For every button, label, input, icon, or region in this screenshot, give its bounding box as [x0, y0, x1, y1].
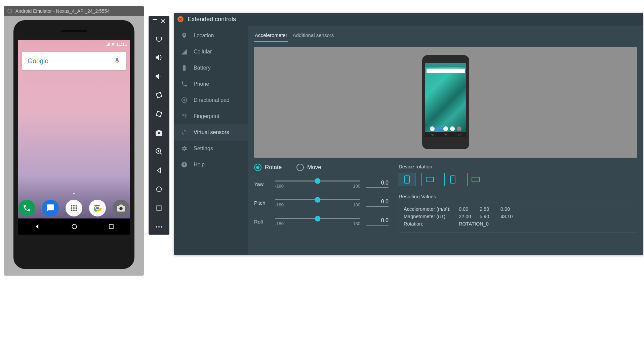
roll-label: Roll [254, 219, 269, 225]
dock [18, 200, 130, 216]
sidebar-item-help[interactable]: ?Help [174, 157, 248, 173]
svg-rect-14 [109, 225, 113, 229]
roll-thumb[interactable] [315, 216, 321, 222]
emulator-title: Android Emulator - Nexus_4_API_24_2:5554 [15, 8, 110, 14]
svg-point-20 [157, 187, 162, 192]
window-menu-icon[interactable] [7, 9, 12, 13]
volume-down-icon[interactable] [154, 71, 164, 81]
rotation-value: ROTATION_0 [459, 221, 632, 227]
tab-accelerometer[interactable]: Accelerometer [254, 30, 288, 42]
tabs: Accelerometer Additional sensors [254, 30, 637, 43]
emulator-window: Android Emulator - Nexus_4_API_24_2:5554… [4, 6, 144, 276]
resulting-values-label: Resulting Values [399, 194, 637, 199]
rotation-label: Rotation: [404, 221, 454, 227]
resulting-values-box: Accelerometer (m/s²): 0.00 9.80 0.00 Mag… [399, 202, 637, 233]
ext-sidebar: Location Cellular Battery Phone Directio… [174, 26, 248, 255]
slider-pitch: Pitch -180180 0.0 [254, 198, 389, 207]
nav-home-icon[interactable] [71, 223, 78, 230]
mag-x: 22.00 [459, 214, 475, 219]
yaw-track[interactable] [275, 180, 360, 182]
signal-icon [106, 42, 110, 46]
radio-move-label: Move [307, 164, 321, 171]
rotate-left-icon[interactable] [154, 90, 164, 100]
roll-min: -180 [275, 221, 284, 226]
radio-move[interactable]: Move [296, 164, 321, 171]
nav-back-icon[interactable] [34, 223, 40, 230]
mag-label: Magnetometer (uT): [404, 214, 454, 219]
chrome-app-icon[interactable] [89, 200, 106, 216]
overview-icon[interactable] [154, 203, 164, 213]
svg-rect-29 [405, 176, 409, 183]
svg-point-3 [71, 207, 72, 209]
rotation-landscape-left-icon[interactable] [421, 173, 438, 186]
svg-point-18 [158, 132, 160, 134]
nav-recent-icon[interactable] [108, 224, 114, 230]
sidebar-item-phone[interactable]: Phone [174, 76, 248, 92]
pitch-max: 180 [353, 202, 360, 207]
slider-yaw: Yaw -180180 0.0 [254, 179, 389, 189]
messages-app-icon[interactable] [42, 200, 59, 216]
mic-icon[interactable] [114, 57, 120, 65]
more-icon[interactable] [154, 222, 164, 232]
ext-titlebar: Extended controls [174, 13, 643, 26]
sidebar-item-battery[interactable]: Battery [174, 60, 248, 76]
yaw-value[interactable]: 0.0 [366, 180, 389, 188]
emulator-titlebar: Android Emulator - Nexus_4_API_24_2:5554 [4, 6, 144, 16]
svg-point-26 [184, 99, 185, 101]
back-icon[interactable] [154, 165, 164, 175]
mini-phone: ◁○□ [422, 55, 469, 149]
sidebar-item-settings[interactable]: Settings [174, 141, 248, 157]
roll-track[interactable] [275, 218, 360, 219]
tab-additional-sensors[interactable]: Additional sensors [292, 30, 335, 42]
screenshot-icon[interactable] [154, 128, 164, 138]
page-indicator: ● [73, 192, 75, 195]
pitch-track[interactable] [275, 199, 360, 200]
volume-up-icon[interactable] [154, 52, 164, 63]
svg-rect-21 [157, 206, 161, 210]
power-icon[interactable] [154, 34, 164, 44]
close-icon[interactable] [161, 19, 165, 24]
svg-point-1 [73, 205, 75, 206]
sidebar-item-location[interactable]: Location [174, 28, 248, 44]
sidebar-label: Location [194, 33, 214, 39]
device-preview[interactable]: ◁○□ [254, 47, 637, 158]
zoom-icon[interactable] [154, 147, 164, 157]
pitch-label: Pitch [254, 200, 269, 206]
svg-rect-30 [426, 177, 434, 182]
apps-drawer-icon[interactable] [66, 200, 82, 216]
yaw-min: -180 [275, 184, 284, 189]
svg-rect-15 [153, 19, 157, 20]
pitch-thumb[interactable] [315, 197, 321, 203]
sidebar-label: Settings [194, 146, 213, 152]
svg-point-6 [71, 209, 72, 211]
phone-app-icon[interactable] [18, 200, 35, 216]
rotate-right-icon[interactable] [154, 109, 164, 119]
sidebar-label: Virtual sensors [194, 129, 229, 135]
rotation-portrait-reverse-icon[interactable] [444, 173, 461, 186]
rotation-portrait-icon[interactable] [399, 173, 415, 186]
sidebar-item-fingerprint[interactable]: Fingerprint [174, 108, 248, 124]
sidebar-item-virtual-sensors[interactable]: Virtual sensors [174, 124, 248, 141]
pitch-min: -180 [275, 202, 284, 207]
phone-screen[interactable]: 11:11 Google ● [18, 40, 130, 235]
sidebar-label: Battery [194, 65, 211, 71]
ext-title: Extended controls [188, 16, 236, 23]
sidebar-item-cellular[interactable]: Cellular [174, 44, 248, 60]
status-time: 11:11 [116, 42, 127, 47]
sidebar-label: Phone [194, 81, 209, 87]
radio-rotate[interactable]: Rotate [254, 164, 282, 171]
camera-app-icon[interactable] [113, 200, 129, 216]
search-widget[interactable]: Google [22, 52, 126, 70]
minimize-icon[interactable] [153, 19, 157, 20]
close-icon[interactable] [177, 16, 184, 22]
yaw-thumb[interactable] [315, 178, 321, 184]
sidebar-label: Help [194, 162, 205, 168]
svg-rect-16 [156, 92, 162, 98]
nav-bar [18, 218, 130, 235]
rotation-landscape-right-icon[interactable] [467, 173, 484, 186]
home-icon[interactable] [154, 184, 164, 194]
sidebar-item-dpad[interactable]: Directional pad [174, 92, 248, 108]
pitch-value[interactable]: 0.0 [366, 199, 389, 207]
roll-value[interactable]: 0.0 [366, 217, 389, 226]
svg-point-0 [71, 205, 72, 206]
